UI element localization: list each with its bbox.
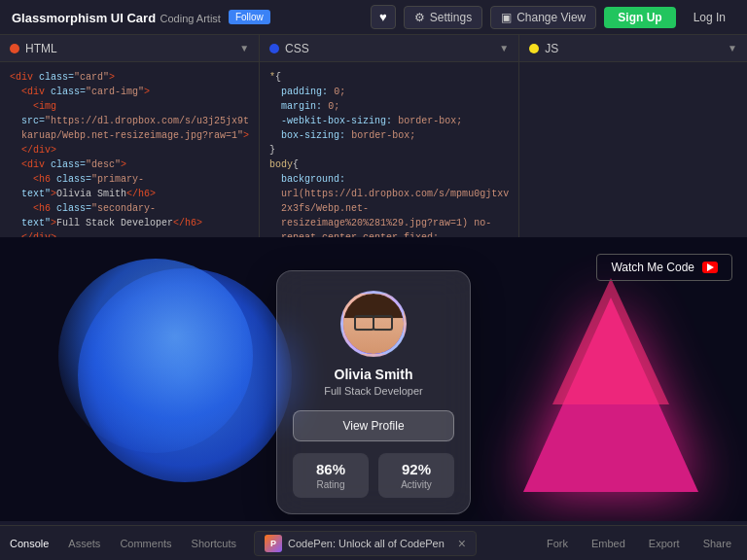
css-chevron-icon[interactable]: ▼ <box>499 43 509 53</box>
code-line: background: <box>269 172 509 187</box>
css-pane-title: CSS <box>269 42 309 55</box>
blue-blob-2 <box>58 259 253 453</box>
watch-me-code-button[interactable]: Watch Me Code <box>596 254 732 281</box>
rating-stat: 86% Rating <box>293 453 369 498</box>
heart-button[interactable]: ♥ <box>371 5 396 29</box>
code-line: repeat center center fixed; <box>269 230 509 237</box>
bottom-left-area: Console Assets Comments Shortcuts P Code… <box>8 531 477 556</box>
watch-label: Watch Me Code <box>611 261 694 274</box>
logo-area: Glassmorphism UI Card Coding Artist Foll… <box>12 9 270 26</box>
code-line: </div> <box>10 230 249 237</box>
signup-button[interactable]: Sign Up <box>604 7 675 28</box>
share-button[interactable]: Share <box>695 535 739 552</box>
html-chevron-icon[interactable]: ▼ <box>239 43 249 53</box>
html-code[interactable]: <div class="card"> <div class="card-img"… <box>0 62 259 237</box>
code-line: text">Olivia Smith</h6> <box>10 187 249 201</box>
pink-triangle-small <box>552 278 669 404</box>
code-line: <div class="card-img"> <box>10 85 249 99</box>
js-pane-title: JS <box>529 42 558 55</box>
code-line: -webkit-box-sizing: border-box; <box>269 114 509 128</box>
follow-button[interactable]: Follow <box>229 10 270 24</box>
code-line: resizeimage%20%281%29.jpg?raw=1) no- <box>269 216 509 230</box>
code-line: </div> <box>10 143 249 158</box>
fork-button[interactable]: Fork <box>539 535 576 552</box>
change-view-label: Change View <box>516 11 586 24</box>
code-line: <div class="card"> <box>10 70 249 85</box>
js-pane: JS ▼ <box>519 35 747 237</box>
logo-text-group: Glassmorphism UI Card Coding Artist <box>12 9 221 26</box>
html-label: HTML <box>25 42 57 55</box>
code-line: margin: 0; <box>269 99 509 114</box>
settings-button[interactable]: ⚙ Settings <box>404 6 482 29</box>
js-pane-header: JS ▼ <box>519 35 747 62</box>
app-title: Glassmorphism UI Card <box>12 11 156 25</box>
top-actions: ♥ ⚙ Settings ▣ Change View Sign Up Log I… <box>371 5 735 29</box>
bottom-right-area: Fork Embed Export Share <box>539 535 739 552</box>
activity-label: Activity <box>382 479 450 490</box>
settings-label: Settings <box>430 11 472 24</box>
login-button[interactable]: Log In <box>684 7 735 28</box>
code-line: <h6 class="secondary- <box>10 201 249 216</box>
js-chevron-icon[interactable]: ▼ <box>728 43 737 53</box>
view-profile-button[interactable]: View Profile <box>293 410 454 441</box>
glass-card: Olivia Smith Full Stack Developer View P… <box>276 270 471 514</box>
css-pane: CSS ▼ *{ padding: 0; margin: 0; -webkit-… <box>260 35 519 237</box>
js-code[interactable] <box>519 62 747 237</box>
code-line: text">Full Stack Developer</h6> <box>10 216 249 230</box>
html-dot <box>10 44 19 53</box>
css-code[interactable]: *{ padding: 0; margin: 0; -webkit-box-si… <box>260 62 518 237</box>
face-inner <box>343 294 404 354</box>
assets-tab[interactable]: Assets <box>66 538 102 549</box>
code-line: padding: 0; <box>269 85 509 99</box>
html-pane-header: HTML ▼ <box>0 35 259 62</box>
code-line: karuap/Webp.net-resizeimage.jpg?raw=1"> <box>10 128 249 143</box>
css-label: CSS <box>285 42 309 55</box>
js-label: JS <box>545 42 558 55</box>
pro-icon: P <box>265 535 282 552</box>
avatar-face <box>343 294 404 354</box>
monitor-icon: ▣ <box>501 11 512 24</box>
editor-area: HTML ▼ <div class="card"> <div class="ca… <box>0 35 747 239</box>
stats-row: 86% Rating 92% Activity <box>293 453 454 498</box>
rating-value: 86% <box>297 461 365 477</box>
pro-message: CodePen: Unlock all of CodePen <box>288 538 445 549</box>
embed-button[interactable]: Embed <box>584 535 633 552</box>
css-pane-header: CSS ▼ <box>260 35 518 62</box>
close-pro-banner-button[interactable]: × <box>458 536 466 551</box>
youtube-play-icon <box>707 263 714 271</box>
html-pane: HTML ▼ <div class="card"> <div class="ca… <box>0 35 260 237</box>
code-line: 2x3fs/Webp.net- <box>269 201 509 216</box>
bottom-bar: Console Assets Comments Shortcuts P Code… <box>0 525 747 560</box>
css-dot <box>269 44 279 53</box>
js-dot <box>529 44 539 53</box>
html-pane-title: HTML <box>10 42 57 55</box>
code-line: body{ <box>269 158 509 172</box>
card-name: Olivia Smith <box>335 367 413 382</box>
code-line: <img <box>10 99 249 114</box>
export-button[interactable]: Export <box>641 535 688 552</box>
code-line: url(https://dl.dropbox.com/s/mpmu0gjtxv <box>269 187 509 201</box>
pro-icon-letter: P <box>270 539 276 548</box>
avatar <box>340 291 407 357</box>
top-bar: Glassmorphism UI Card Coding Artist Foll… <box>0 0 747 35</box>
rating-label: Rating <box>297 479 365 490</box>
stat-divider <box>370 453 377 498</box>
change-view-button[interactable]: ▣ Change View <box>490 6 596 29</box>
youtube-icon <box>702 262 718 273</box>
gear-icon: ⚙ <box>414 11 425 24</box>
activity-value: 92% <box>382 461 450 477</box>
pro-badge[interactable]: P CodePen: Unlock all of CodePen × <box>254 531 477 556</box>
code-line: src="https://dl.dropbox.com/s/u3j25jx9t <box>10 114 249 128</box>
comments-tab[interactable]: Comments <box>118 538 173 549</box>
code-line: } <box>269 143 509 158</box>
app-subtitle: Coding Artist <box>160 13 221 24</box>
glasses-decoration <box>354 315 393 327</box>
code-line: <div class="desc"> <box>10 158 249 172</box>
code-line: *{ <box>269 70 509 85</box>
card-role: Full Stack Developer <box>324 385 423 397</box>
code-line: box-sizing: border-box; <box>269 128 509 143</box>
console-tab[interactable]: Console <box>8 538 51 549</box>
preview-area: Watch Me Code Olivia Smith Full Stack De… <box>0 239 747 521</box>
activity-stat: 92% Activity <box>378 453 454 498</box>
shortcuts-tab[interactable]: Shortcuts <box>190 538 238 549</box>
